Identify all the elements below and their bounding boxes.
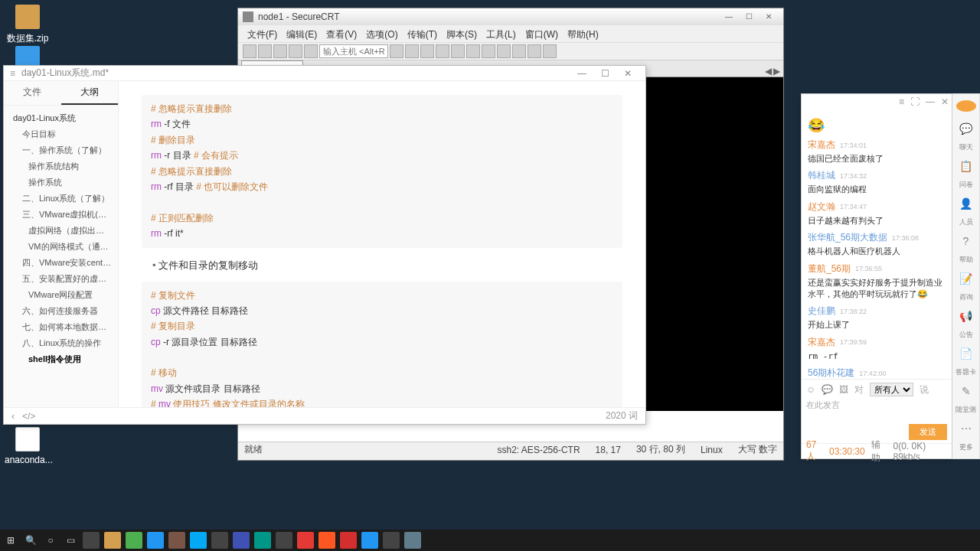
toolbar-icon[interactable]: [390, 44, 403, 58]
menu-item[interactable]: 编辑(E): [283, 27, 320, 41]
outline-item[interactable]: 六、如何连接服务器: [4, 303, 118, 319]
close-button[interactable]: ✕: [616, 68, 639, 79]
menu-item[interactable]: 查看(V): [323, 27, 360, 41]
outline-item[interactable]: 虚拟网络（虚拟出一个网卡）: [4, 223, 118, 239]
desktop-icon[interactable]: 数据集.zip: [5, 5, 51, 45]
taskbar-app[interactable]: [211, 532, 228, 549]
outline-item[interactable]: 今日目标: [4, 126, 118, 142]
taskbar-app[interactable]: [383, 532, 400, 549]
outline-item[interactable]: day01-Linux系统: [4, 110, 118, 126]
outline-item[interactable]: 二、Linux系统（了解）: [4, 191, 118, 207]
outline-item[interactable]: 七、如何将本地数据文件上传到服务器上: [4, 319, 118, 335]
menu-icon[interactable]: ≡: [899, 96, 904, 107]
maximize-button[interactable]: ☐: [593, 68, 616, 79]
tab-outline[interactable]: 大纲: [61, 81, 119, 105]
outline-item[interactable]: VMware网段配置: [4, 287, 118, 303]
side-more-icon[interactable]: ⋯: [959, 422, 974, 435]
tab-scroll-right-icon[interactable]: ▶: [773, 66, 780, 77]
toolbar-icon[interactable]: [243, 44, 256, 58]
taskbar-app[interactable]: [104, 532, 121, 549]
taskbar-app[interactable]: [233, 532, 250, 549]
toolbar-icon[interactable]: [304, 44, 318, 58]
toolbar-icon[interactable]: [420, 44, 434, 58]
minimize-button[interactable]: —: [719, 11, 739, 23]
taskview-icon[interactable]: ▭: [63, 533, 78, 548]
outline-item[interactable]: VM的网络模式（通讯方式）: [4, 239, 118, 255]
toolbar-icon[interactable]: [273, 44, 287, 58]
maximize-button[interactable]: ☐: [739, 11, 759, 23]
menu-item[interactable]: 选项(O): [363, 27, 400, 41]
toolbar-icon[interactable]: [466, 44, 480, 58]
menu-item[interactable]: 窗口(W): [522, 27, 561, 41]
crt-titlebar[interactable]: node1 - SecureCRT — ☐ ✕: [238, 8, 783, 25]
taskbar-app[interactable]: [297, 532, 314, 549]
outline-item[interactable]: 操作系统结构: [4, 158, 118, 174]
toolbar-icon[interactable]: [451, 44, 465, 58]
menu-icon[interactable]: ≡: [10, 68, 15, 79]
editor-content[interactable]: # 忽略提示直接删除 rm -f 文件 # 删除目录 rm -r 目录 # 会有…: [119, 81, 645, 407]
chat-icon[interactable]: 💬: [822, 384, 833, 395]
side-consult-icon[interactable]: 📝: [959, 272, 974, 285]
image-icon[interactable]: 🖼: [839, 384, 848, 395]
close-icon[interactable]: ✕: [941, 96, 949, 107]
taskbar-app[interactable]: [340, 532, 357, 549]
toolbar-icon[interactable]: [405, 44, 419, 58]
toolbar-icon[interactable]: [258, 44, 272, 58]
close-button[interactable]: ✕: [759, 11, 779, 23]
chat-textbox[interactable]: 在此发言: [806, 399, 947, 421]
emoji-icon[interactable]: ☺: [806, 384, 815, 395]
outline-list[interactable]: day01-Linux系统今日目标一、操作系统（了解）操作系统结构操作系统二、L…: [4, 106, 118, 407]
search-icon[interactable]: 🔍: [23, 533, 38, 548]
toolbar-icon[interactable]: [289, 44, 302, 58]
expand-icon[interactable]: ⛶: [910, 96, 920, 107]
side-chat-icon[interactable]: 💬: [959, 122, 974, 135]
menu-item[interactable]: 脚本(S): [443, 27, 480, 41]
toolbar-icon[interactable]: [543, 44, 557, 58]
taskbar-app[interactable]: [276, 532, 292, 549]
taskbar-app[interactable]: [126, 532, 142, 549]
side-help-icon[interactable]: ?: [959, 235, 974, 247]
tab-file[interactable]: 文件: [4, 81, 61, 105]
outline-item[interactable]: shell指令使用: [4, 351, 118, 367]
cortana-icon[interactable]: ○: [43, 533, 58, 548]
toolbar-icon[interactable]: [512, 44, 526, 58]
side-test-icon[interactable]: ✎: [959, 385, 974, 397]
chat-messages[interactable]: 😂宋嘉杰17:34:01德国已经全面废核了韩桂城17:34:32面向监狱的编程赵…: [802, 109, 952, 379]
taskbar-app[interactable]: [318, 532, 335, 549]
taskbar-app[interactable]: [190, 532, 207, 549]
toolbar-icon[interactable]: [497, 44, 511, 58]
code-icon[interactable]: </>: [22, 411, 35, 422]
side-notice-icon[interactable]: 📢: [959, 310, 974, 322]
taskbar-app[interactable]: [404, 532, 421, 549]
outline-item[interactable]: 八、Linux系统的操作: [4, 335, 118, 351]
avatar[interactable]: [956, 100, 976, 112]
tab-scroll-left-icon[interactable]: ◀: [765, 66, 772, 77]
taskbar-app[interactable]: [361, 532, 378, 549]
back-icon[interactable]: ‹: [11, 411, 15, 422]
start-button[interactable]: ⊞: [3, 533, 18, 548]
minimize-icon[interactable]: —: [926, 96, 935, 107]
outline-item[interactable]: 四、VMware安装centos系统（了解）: [4, 255, 118, 271]
toolbar-icon[interactable]: [482, 44, 495, 58]
menu-item[interactable]: 文件(F): [244, 27, 280, 41]
outline-item[interactable]: 三、VMware虚拟机(了解): [4, 207, 118, 223]
recipient-select[interactable]: 所有人: [870, 383, 913, 396]
side-survey-icon[interactable]: 📋: [959, 160, 974, 172]
outline-item[interactable]: 一、操作系统（了解）: [4, 142, 118, 158]
minimize-button[interactable]: —: [570, 68, 593, 79]
send-button[interactable]: 发送: [909, 424, 947, 440]
taskbar-app[interactable]: [147, 532, 164, 549]
desktop-icon[interactable]: anaconda...: [5, 427, 51, 465]
menu-item[interactable]: 传输(T): [404, 27, 440, 41]
toolbar-icon[interactable]: [436, 44, 449, 58]
outline-item[interactable]: 五、安装配置好的虚拟机（了解）: [4, 271, 118, 287]
taskbar-app[interactable]: [168, 532, 185, 549]
side-answer-icon[interactable]: 📄: [959, 347, 974, 360]
toolbar-icon[interactable]: [528, 44, 541, 58]
side-people-icon[interactable]: 👤: [959, 197, 974, 210]
menu-item[interactable]: 帮助(H): [564, 27, 602, 41]
host-input[interactable]: [319, 44, 388, 58]
taskbar-app[interactable]: [254, 532, 271, 549]
taskbar-app[interactable]: [83, 532, 100, 549]
outline-item[interactable]: 操作系统: [4, 174, 118, 191]
